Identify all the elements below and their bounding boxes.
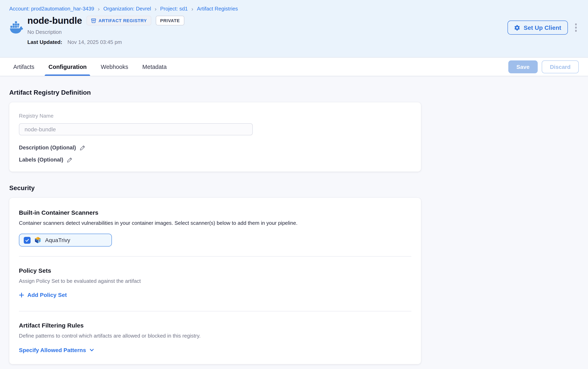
description-optional-label: Description (Optional) [19,145,76,151]
tab-artifacts[interactable]: Artifacts [12,58,35,76]
breadcrumb-separator-icon: › [191,6,193,12]
registry-name-label: Registry Name [19,113,411,119]
save-button[interactable]: Save [508,60,538,73]
registry-name-input [19,123,253,135]
registry-header: Account: prod2automation_har-3439 › Orga… [0,0,588,58]
tab-bar: Artifacts Configuration Webhooks Metadat… [0,58,588,76]
policy-sets-title: Policy Sets [19,267,411,274]
chevron-down-icon [89,348,94,352]
divider [19,256,411,256]
breadcrumb-separator-icon: › [155,6,156,12]
aquatrivy-icon [34,236,41,244]
registry-description: No Description [27,29,184,35]
edit-icon [80,145,85,151]
labels-optional-label: Labels (Optional) [19,157,63,163]
artifact-registry-page: Account: prod2automation_har-3439 › Orga… [0,0,588,369]
kebab-menu-button[interactable] [573,21,579,34]
divider [19,311,411,311]
edit-icon [67,157,73,163]
definition-card: Registry Name Description (Optional) Lab… [9,102,421,172]
filtering-rules-title: Artifact Filtering Rules [19,322,411,328]
specify-allowed-patterns-label: Specify Allowed Patterns [19,347,86,353]
tab-metadata[interactable]: Metadata [141,58,167,76]
page-title: node-bundle [27,15,82,26]
checkbox-check-icon [25,238,29,242]
add-policy-set-button[interactable]: Add Policy Set [19,292,67,298]
filtering-rules-description: Define patterns to control which artifac… [19,332,411,339]
plus-icon [19,292,24,297]
container-scanners-description: Container scanners detect vulnerabilitie… [19,220,411,226]
edit-labels-button[interactable] [67,157,73,163]
configuration-content: Artifact Registry Definition Registry Na… [0,89,588,364]
container-scanners-title: Built-in Container Scanners [19,209,411,216]
last-updated-value: Nov 14, 2025 03:45 pm [68,39,122,45]
edit-description-button[interactable] [80,145,85,151]
artifact-registry-badge: ARTIFACT REGISTRY [87,16,151,25]
gear-icon [514,24,520,31]
security-card: Built-in Container Scanners Container sc… [9,198,421,364]
scanner-label: AquaTrivy [45,237,70,243]
last-updated-label: Last Updated: [27,39,62,45]
definition-section-title: Artifact Registry Definition [9,89,579,96]
tab-webhooks[interactable]: Webhooks [100,58,129,76]
discard-button[interactable]: Discard [542,60,579,73]
set-up-client-button[interactable]: Set Up Client [508,20,568,35]
artifact-registry-badge-label: ARTIFACT REGISTRY [98,18,147,23]
scanner-option-aquatrivy[interactable]: AquaTrivy [19,234,112,246]
scanner-checkbox-checked[interactable] [24,237,30,244]
breadcrumb-project[interactable]: Project: sd1 [160,5,188,12]
set-up-client-label: Set Up Client [524,24,561,31]
private-badge: PRIVATE [156,16,184,25]
add-policy-set-label: Add Policy Set [27,292,67,298]
archive-icon [91,18,96,23]
security-section-title: Security [9,184,579,192]
tab-configuration[interactable]: Configuration [48,58,88,76]
breadcrumb-artifact-registries[interactable]: Artifact Registries [197,5,238,12]
breadcrumb-separator-icon: › [98,6,100,12]
breadcrumb: Account: prod2automation_har-3439 › Orga… [9,5,579,12]
policy-sets-description: Assign Policy Set to be evaluated agains… [19,277,411,284]
specify-allowed-patterns-toggle[interactable]: Specify Allowed Patterns [19,347,94,353]
breadcrumb-account[interactable]: Account: prod2automation_har-3439 [9,5,94,12]
last-updated: Last Updated:Nov 14, 2025 03:45 pm [27,39,184,45]
docker-logo-icon [9,21,23,45]
breadcrumb-organization[interactable]: Organization: Devrel [103,5,151,12]
